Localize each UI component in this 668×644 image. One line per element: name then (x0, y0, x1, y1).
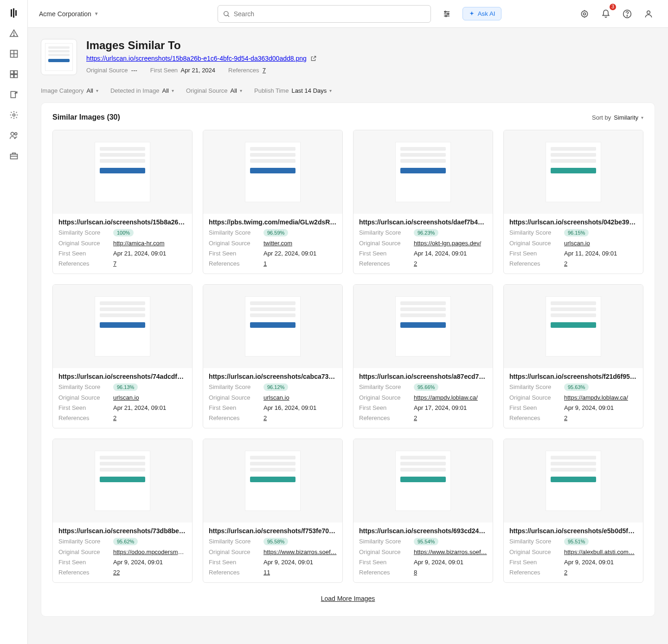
card-source-link[interactable]: https://okt-lgn.pages.dev/ (414, 240, 481, 247)
result-card[interactable]: https://urlscan.io/screenshots/15b8a26b-… (52, 130, 193, 274)
svg-rect-12 (11, 91, 15, 97)
card-url: https://urlscan.io/screenshots/15b8a26b-… (58, 218, 186, 226)
card-source-link[interactable]: urlscan.io (564, 240, 590, 247)
sort-label: Sort by (592, 114, 611, 121)
help-icon[interactable] (619, 6, 636, 22)
first-seen-label: First Seen (509, 404, 560, 411)
alerts-icon[interactable] (8, 28, 19, 39)
similarity-score-label: Similarity Score (509, 229, 560, 236)
result-card[interactable]: https://urlscan.io/screenshots/f753fe70-… (203, 439, 343, 583)
similarity-badge: 95.51% (564, 538, 589, 545)
original-source-label: Original Source (58, 394, 109, 401)
card-references-link[interactable]: 2 (414, 260, 417, 267)
similarity-badge: 95.66% (414, 383, 438, 391)
profile-icon[interactable] (640, 6, 657, 22)
similarity-score-label: Similarity Score (209, 229, 260, 236)
result-card[interactable]: https://urlscan.io/screenshots/042be390-… (503, 130, 643, 274)
card-references-link[interactable]: 8 (414, 569, 417, 576)
similarity-badge: 95.58% (263, 538, 288, 545)
users-icon[interactable] (8, 130, 19, 141)
filter-image-category[interactable]: Image CategoryAll▾ (41, 87, 98, 94)
svg-rect-0 (11, 9, 12, 17)
card-first-seen: Apr 17, 2024, 09:01 (414, 404, 467, 411)
card-references-link[interactable]: 1 (263, 260, 267, 267)
references-label: References (509, 414, 560, 421)
card-source-link[interactable]: https://ampdv.loblaw.ca/ (414, 394, 478, 401)
card-source-link[interactable]: urlscan.io (263, 394, 289, 401)
settings-icon[interactable] (8, 109, 19, 121)
card-references-link[interactable]: 7 (113, 260, 116, 267)
sort-selector[interactable]: Sort by Similarity ▾ (592, 114, 643, 121)
card-references-link[interactable]: 22 (113, 569, 120, 576)
card-url: https://urlscan.io/screenshots/f21d6f95-… (509, 373, 637, 380)
svg-line-20 (227, 15, 229, 16)
card-source-link[interactable]: https://www.bizarros.soef… (414, 548, 487, 555)
svg-point-26 (445, 15, 447, 17)
original-source-label: Original Source (509, 240, 560, 247)
card-source-link[interactable]: urlscan.io (113, 394, 139, 401)
card-references-link[interactable]: 2 (113, 414, 116, 421)
svg-rect-2 (15, 10, 17, 16)
ask-ai-button[interactable]: Ask AI (462, 7, 501, 20)
card-references-link[interactable]: 2 (263, 414, 267, 421)
result-card[interactable]: https://pbs.twimg.com/media/GLw2dsRXA… S… (203, 130, 343, 274)
card-thumbnail (203, 439, 342, 523)
result-card[interactable]: https://urlscan.io/screenshots/74adcdf7-… (52, 284, 193, 428)
result-card[interactable]: https://urlscan.io/screenshots/e5b0d5f0-… (503, 439, 643, 583)
result-card[interactable]: https://urlscan.io/screenshots/73db8bee-… (52, 439, 193, 583)
sparkle-icon (469, 11, 475, 17)
filter-original-source[interactable]: Original SourceAll▾ (186, 87, 242, 94)
toolbox-icon[interactable] (8, 150, 19, 161)
result-card[interactable]: https://urlscan.io/screenshots/693cd24e-… (353, 439, 493, 583)
first-seen-label: First Seen (58, 250, 109, 257)
card-references-link[interactable]: 2 (564, 414, 567, 421)
first-seen-label: First Seen (209, 250, 260, 257)
card-source-link[interactable]: https://ampdv.loblaw.ca/ (564, 394, 628, 401)
search-input[interactable] (234, 10, 426, 18)
target-icon[interactable] (576, 6, 593, 22)
card-source-link[interactable]: https://www.bizarros.soef… (263, 548, 337, 555)
filter-sliders-icon[interactable] (438, 6, 455, 22)
card-url: https://urlscan.io/screenshots/73db8bee-… (58, 527, 186, 535)
references-link[interactable]: 7 (263, 67, 266, 74)
card-thumbnail (504, 439, 643, 523)
card-references-link[interactable]: 2 (564, 569, 567, 576)
org-selector[interactable]: Acme Corporation ▼ (39, 10, 99, 18)
load-more-link[interactable]: Load More Images (321, 595, 375, 602)
first-seen-value: Apr 21, 2024 (181, 67, 215, 74)
references-label: References (58, 260, 109, 267)
results-grid: https://urlscan.io/screenshots/15b8a26b-… (52, 130, 643, 583)
dashboard-icon[interactable] (8, 69, 19, 80)
card-thumbnail (53, 130, 192, 214)
result-card[interactable]: https://urlscan.io/screenshots/f21d6f95-… (503, 284, 643, 428)
filter-publish-time[interactable]: Publish TimeLast 14 Days▾ (254, 87, 332, 94)
result-card[interactable]: https://urlscan.io/screenshots/cabca736-… (203, 284, 343, 428)
source-url-link[interactable]: https://urlscan.io/screenshots/15b8a26b-… (86, 55, 317, 62)
export-icon[interactable] (8, 89, 19, 100)
search-field[interactable] (218, 5, 431, 23)
first-seen-label: First Seen (58, 404, 109, 411)
similarity-badge: 95.63% (564, 383, 589, 391)
result-card[interactable]: https://urlscan.io/screenshots/daef7b44-… (353, 130, 493, 274)
svg-rect-9 (14, 71, 17, 74)
app-logo[interactable] (8, 7, 19, 19)
card-references-link[interactable]: 2 (414, 414, 417, 421)
card-references-link[interactable]: 2 (564, 260, 567, 267)
original-source-label: Original Source (509, 548, 560, 555)
card-references-link[interactable]: 11 (263, 569, 270, 576)
ask-ai-label: Ask AI (478, 10, 495, 17)
grid-icon[interactable] (8, 48, 19, 59)
card-source-link[interactable]: https://odoo.mpcodersmx… (113, 548, 186, 555)
card-source-link[interactable]: twitter.com (263, 240, 292, 247)
notifications-icon[interactable]: 3 (597, 6, 614, 22)
similarity-score-label: Similarity Score (209, 538, 260, 545)
filter-detected-in-image[interactable]: Detected in ImageAll▾ (110, 87, 174, 94)
card-url: https://urlscan.io/screenshots/daef7b44-… (359, 218, 487, 226)
card-source-link[interactable]: https://alexbull.atsti.com… (564, 548, 635, 555)
references-label: References (359, 569, 410, 576)
references-label: References (58, 569, 109, 576)
similarity-badge: 96.23% (414, 229, 438, 236)
card-source-link[interactable]: http://amica-hr.com (113, 240, 165, 247)
result-card[interactable]: https://urlscan.io/screenshots/a87ecd7c-… (353, 284, 493, 428)
topbar: Acme Corporation ▼ Ask AI 3 (28, 0, 668, 28)
